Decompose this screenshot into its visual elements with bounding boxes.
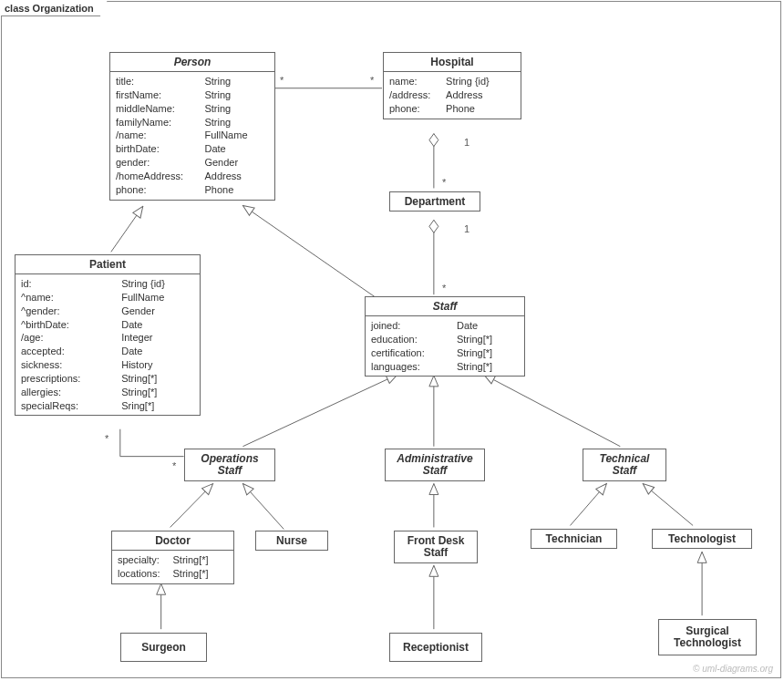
organization-frame: class Organization: [1, 1, 781, 678]
class-nurse: Nurse: [255, 531, 328, 551]
class-technician-title: Technician: [531, 530, 616, 548]
class-hospital: Hospital name:String {id} /address:Addre…: [383, 52, 521, 119]
class-department: Department: [389, 191, 480, 212]
class-person-body: title:String firstName:String middleName…: [110, 72, 274, 200]
svg-line-4: [242, 205, 382, 302]
class-technologist: Technologist: [652, 529, 752, 549]
class-doctor: Doctor specialty:String[*] locations:Str…: [111, 531, 234, 584]
class-doctor-title: Doctor: [112, 531, 233, 551]
class-technologist-title: Technologist: [653, 530, 751, 548]
watermark: © uml-diagrams.org: [693, 664, 773, 674]
class-surgical-technologist: Surgical Technologist: [658, 619, 757, 655]
class-staff-body: joined:Date education:String[*] certific…: [366, 316, 524, 376]
class-staff-title: Staff: [366, 297, 524, 316]
mult-patient-ops-o: *: [172, 460, 176, 471]
svg-line-8: [170, 484, 213, 528]
class-staff: Staff joined:Date education:String[*] ce…: [365, 296, 525, 377]
mult-hosp-dept-1: 1: [464, 137, 469, 148]
class-technical-staff: Technical Staff: [583, 449, 666, 481]
class-nurse-title: Nurse: [256, 531, 327, 550]
mult-person-side: *: [280, 75, 284, 86]
class-hospital-body: name:String {id} /address:Address phone:…: [384, 72, 521, 119]
class-administrative-staff: Administrative Staff: [385, 449, 485, 481]
class-operations-staff-title: Operations Staff: [185, 449, 274, 480]
class-patient: Patient id:String {id} ^name:FullName ^g…: [15, 254, 201, 416]
class-surgical-technologist-title: Surgical Technologist: [659, 620, 756, 655]
mult-dept-staff-star: *: [442, 283, 446, 294]
mult-patient-ops-p: *: [105, 433, 108, 444]
class-administrative-staff-title: Administrative Staff: [386, 449, 484, 480]
class-surgeon-title: Surgeon: [121, 634, 206, 661]
svg-line-5: [242, 375, 397, 447]
class-front-desk-staff: Front Desk Staff: [394, 531, 478, 563]
svg-line-11: [570, 484, 606, 526]
class-department-title: Department: [390, 192, 480, 211]
class-doctor-body: specialty:String[*] locations:String[*]: [112, 551, 233, 583]
class-hospital-title: Hospital: [384, 53, 521, 72]
class-person: Person title:String firstName:String mid…: [109, 52, 275, 201]
class-receptionist-title: Receptionist: [390, 634, 481, 661]
class-patient-title: Patient: [15, 255, 200, 274]
svg-line-7: [484, 375, 621, 447]
mult-hospital-side: *: [370, 75, 374, 86]
class-receptionist: Receptionist: [389, 633, 482, 662]
class-person-title: Person: [110, 53, 274, 72]
class-operations-staff: Operations Staff: [184, 449, 275, 481]
class-front-desk-staff-title: Front Desk Staff: [395, 531, 477, 562]
class-technical-staff-title: Technical Staff: [583, 449, 665, 480]
mult-hosp-dept-star: *: [442, 177, 446, 188]
class-technician: Technician: [531, 529, 617, 549]
svg-line-3: [111, 206, 143, 252]
frame-label: class Organization: [1, 1, 108, 16]
svg-line-12: [643, 484, 693, 526]
svg-line-9: [242, 484, 284, 530]
class-surgeon: Surgeon: [120, 633, 207, 662]
class-patient-body: id:String {id} ^name:FullName ^gender:Ge…: [15, 274, 200, 415]
mult-dept-staff-1: 1: [464, 223, 469, 234]
